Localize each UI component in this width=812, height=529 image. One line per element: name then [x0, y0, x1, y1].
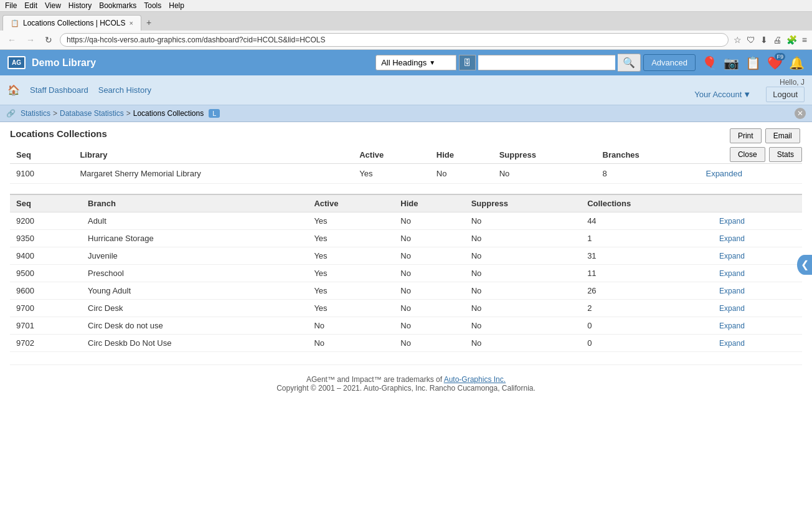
- main-content: Locations Collections Print Email Close …: [0, 122, 812, 409]
- scroll-left-arrow[interactable]: ❮: [797, 255, 812, 275]
- stats-button[interactable]: Stats: [769, 147, 802, 162]
- expand-cell[interactable]: Expand: [713, 317, 802, 335]
- menu-bookmarks[interactable]: Bookmarks: [99, 1, 136, 10]
- seq-cell: 9500: [10, 265, 82, 282]
- library-table-header-row: Seq Library Active Hide Suppress Branche…: [10, 146, 802, 164]
- branch-col-seq: Seq: [10, 194, 82, 212]
- hide-cell: No: [394, 247, 465, 265]
- suppress-cell: No: [493, 164, 597, 184]
- branch-name-cell: Circ Desk do not use: [82, 317, 308, 335]
- notifications-icon[interactable]: 🔔: [789, 55, 805, 70]
- staff-dashboard-link[interactable]: Staff Dashboard: [30, 85, 88, 95]
- menu-help[interactable]: Help: [169, 1, 184, 10]
- menu-file[interactable]: File: [5, 1, 17, 10]
- branch-col-hide: Hide: [394, 194, 465, 212]
- branch-col-collections: Collections: [581, 194, 713, 212]
- menu-icon[interactable]: ≡: [802, 35, 807, 45]
- hide-cell: No: [394, 265, 465, 282]
- expanded-link[interactable]: Expanded: [706, 169, 742, 178]
- expand-link[interactable]: Expand: [719, 252, 745, 260]
- list-icon[interactable]: 📋: [745, 55, 761, 70]
- expand-cell[interactable]: Expand: [713, 282, 802, 300]
- database-icon: 🗄: [463, 58, 471, 67]
- new-tab-button[interactable]: +: [141, 14, 156, 31]
- company-link[interactable]: Auto-Graphics Inc.: [444, 375, 506, 384]
- search-type-icon-button[interactable]: 🗄: [459, 55, 476, 70]
- print-button[interactable]: Print: [730, 128, 762, 143]
- expand-cell[interactable]: Expand: [713, 212, 802, 230]
- menu-history[interactable]: History: [68, 1, 92, 10]
- branches-cell: 8: [597, 164, 700, 184]
- expand-link[interactable]: Expand: [719, 322, 745, 330]
- email-button[interactable]: Email: [765, 128, 800, 143]
- forward-button[interactable]: →: [24, 34, 37, 46]
- menu-edit[interactable]: Edit: [24, 1, 37, 10]
- account-link[interactable]: Your Account ▼: [694, 90, 751, 99]
- seq-cell: 9100: [10, 164, 73, 184]
- menu-view[interactable]: View: [45, 1, 61, 10]
- active-tab[interactable]: 📋 Locations Collections | HCOLS ×: [2, 15, 141, 31]
- hide-cell: No: [394, 282, 465, 300]
- address-input[interactable]: [60, 33, 729, 47]
- favorites-badge: F9: [775, 53, 785, 60]
- account-label: Your Account: [694, 90, 742, 99]
- hide-cell: No: [430, 164, 493, 184]
- database-statistics-breadcrumb[interactable]: Database Statistics: [60, 109, 124, 118]
- camera-icon[interactable]: 📷: [724, 55, 739, 70]
- print-browser-icon[interactable]: 🖨: [773, 35, 781, 45]
- library-table: Seq Library Active Hide Suppress Branche…: [10, 146, 802, 184]
- copyright-text: Copyright © 2001 – 2021. Auto-Graphics, …: [20, 384, 792, 393]
- favorites-icon[interactable]: ❤️ F9: [767, 55, 783, 70]
- expand-link[interactable]: Expand: [719, 217, 745, 226]
- expanded-cell[interactable]: Expanded: [699, 164, 802, 184]
- expand-cell[interactable]: Expand: [713, 247, 802, 265]
- collections-cell: 44: [581, 212, 713, 230]
- expand-link[interactable]: Expand: [719, 304, 745, 313]
- search-input[interactable]: [478, 55, 615, 70]
- back-button[interactable]: ←: [5, 34, 19, 46]
- active-cell: Yes: [308, 212, 394, 230]
- refresh-button[interactable]: ↻: [42, 34, 55, 46]
- breadcrumb-sep-1: >: [53, 109, 57, 118]
- suppress-cell: No: [465, 335, 581, 352]
- expand-link[interactable]: Expand: [719, 269, 745, 278]
- bookmark-icon[interactable]: ☆: [734, 35, 742, 45]
- action-row-2: Close Stats: [730, 147, 802, 162]
- breadcrumb-bar: 🔗 Statistics > Database Statistics > Loc…: [0, 105, 812, 122]
- extension-icon[interactable]: 🧩: [786, 35, 797, 45]
- branch-name-cell: Young Adult: [82, 282, 308, 300]
- expand-cell[interactable]: Expand: [713, 265, 802, 282]
- search-container: All Headings ▼ 🗄 🔍 Advanced: [375, 54, 696, 72]
- expand-link[interactable]: Expand: [719, 234, 745, 243]
- table-row: 9350 Hurricane Storage Yes No No 1 Expan…: [10, 230, 802, 247]
- table-row: 9200 Adult Yes No No 44 Expand: [10, 212, 802, 230]
- tab-close-button[interactable]: ×: [130, 19, 133, 27]
- col-branches: Branches: [597, 146, 700, 164]
- expand-cell[interactable]: Expand: [713, 300, 802, 317]
- branch-col-action: [713, 194, 802, 212]
- close-button[interactable]: Close: [730, 147, 765, 162]
- expand-link[interactable]: Expand: [719, 339, 745, 348]
- download-icon[interactable]: ⬇: [760, 35, 768, 45]
- expand-cell[interactable]: Expand: [713, 335, 802, 352]
- advanced-search-button[interactable]: Advanced: [643, 54, 696, 71]
- app-header: AG Demo Library All Headings ▼ 🗄 🔍 Advan…: [0, 50, 812, 75]
- breadcrumb-badge: L: [209, 109, 220, 118]
- breadcrumb-close-button[interactable]: ✕: [795, 108, 806, 119]
- account-hello: Hello, J: [694, 78, 805, 87]
- search-history-link[interactable]: Search History: [98, 85, 151, 95]
- shield-icon[interactable]: 🛡: [747, 35, 755, 45]
- statistics-breadcrumb[interactable]: Statistics: [21, 109, 50, 118]
- logout-button[interactable]: Logout: [766, 87, 805, 102]
- expand-link[interactable]: Expand: [719, 287, 745, 295]
- search-go-button[interactable]: 🔍: [618, 54, 641, 72]
- header-right-icons: 🎈 📷 📋 ❤️ F9 🔔: [702, 55, 805, 70]
- expand-cell[interactable]: Expand: [713, 230, 802, 247]
- search-dropdown[interactable]: All Headings ▼: [375, 55, 456, 70]
- table-row: 9500 Preschool Yes No No 11 Expand: [10, 265, 802, 282]
- menu-tools[interactable]: Tools: [144, 1, 161, 10]
- home-icon[interactable]: 🏠: [7, 84, 20, 96]
- hide-cell: No: [394, 212, 465, 230]
- balloon-icon[interactable]: 🎈: [702, 55, 717, 70]
- search-dropdown-label: All Headings: [381, 58, 427, 67]
